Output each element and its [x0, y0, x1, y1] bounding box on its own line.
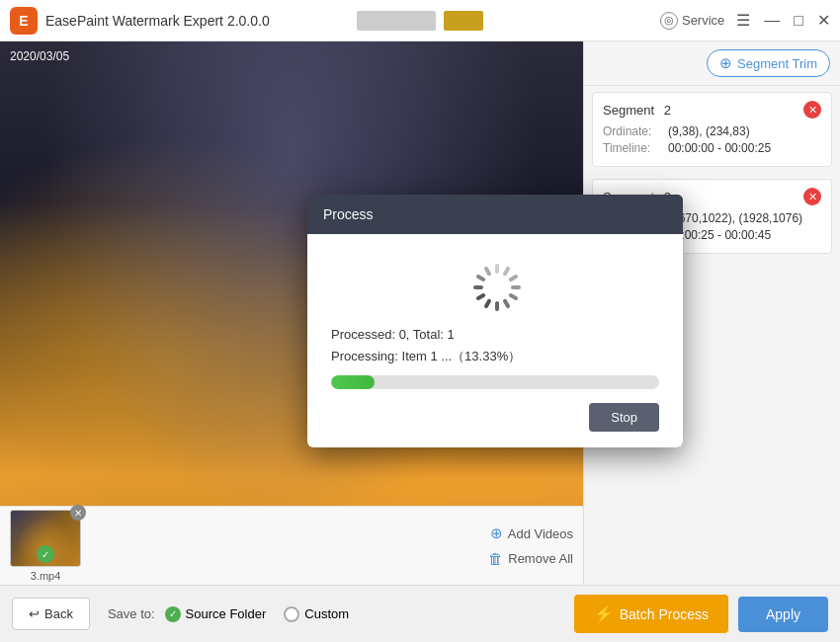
service-icon: ◎	[660, 12, 678, 30]
radio-empty-icon	[284, 606, 299, 622]
segment-trim-button[interactable]: ⊕ Segment Trim	[707, 49, 830, 77]
plus-icon: ⊕	[719, 54, 732, 72]
segment-label-2: Segment	[603, 103, 654, 118]
segment-trim-bar: ⊕ Segment Trim	[584, 41, 840, 86]
thumbnail-strip: ✕ ✓ 3.mp4 ⊕ Add Videos 🗑 Remove All	[0, 506, 583, 585]
logo-text: E	[19, 13, 28, 29]
remove-all-label: Remove All	[508, 551, 573, 566]
batch-process-button[interactable]: ⚡ Batch Process	[574, 595, 728, 633]
process-dialog: Process Processed: 0, Total: 1 Processin…	[307, 195, 683, 447]
dialog-title: Process	[307, 195, 683, 234]
source-folder-radio[interactable]: ✓ Source Folder	[165, 606, 267, 622]
thumb-remove-icon[interactable]: ✕	[70, 505, 86, 521]
menu-icon[interactable]: ☰	[736, 13, 750, 29]
window-controls: ☰ — □ ✕	[736, 13, 830, 29]
thumb-check-icon: ✓	[37, 545, 54, 563]
segment-card-2: Segment 2 ✕ Ordinate: (9,38), (234,83) T…	[592, 92, 832, 167]
source-folder-label: Source Folder	[186, 606, 267, 621]
segment-close-2[interactable]: ✕	[803, 101, 821, 119]
segment-num-2: 2	[664, 103, 671, 118]
radio-selected-icon: ✓	[165, 606, 181, 622]
save-to-label: Save to:	[108, 606, 155, 621]
app-title: EasePaint Watermark Expert 2.0.0.0	[45, 13, 660, 29]
batch-icon: ⚡	[594, 604, 614, 623]
titlebar: E EasePaint Watermark Expert 2.0.0.0 ◎ S…	[0, 0, 840, 41]
add-videos-label: Add Videos	[508, 526, 573, 541]
ordinate-val-2: (9,38), (234,83)	[668, 124, 750, 138]
custom-radio[interactable]: Custom	[284, 606, 349, 622]
stop-button[interactable]: Stop	[589, 403, 659, 432]
strip-actions: ⊕ Add Videos 🗑 Remove All	[488, 524, 573, 567]
add-icon: ⊕	[490, 524, 503, 542]
thumb-filename: 3.mp4	[31, 570, 61, 582]
service-label: Service	[682, 13, 724, 28]
title-thumbnail	[357, 11, 436, 31]
processing-text: Processing: Item 1 ...（13.33%）	[331, 348, 521, 365]
maximize-button[interactable]: □	[794, 13, 803, 29]
app-logo: E	[10, 7, 38, 35]
add-videos-button[interactable]: ⊕ Add Videos	[490, 524, 573, 542]
thumb-container: ✕ ✓	[10, 510, 81, 567]
segment-trim-label: Segment Trim	[737, 56, 817, 71]
close-button[interactable]: ✕	[817, 13, 830, 29]
title-color-swatch	[444, 11, 483, 31]
ordinate-key-2: Ordinate:	[603, 124, 662, 138]
ordinate-val-3: (1670,1022), (1928,1076)	[668, 211, 802, 225]
back-button[interactable]: ↩ Back	[12, 598, 90, 630]
trash-icon: 🗑	[488, 550, 503, 567]
remove-all-button[interactable]: 🗑 Remove All	[488, 550, 573, 567]
thumbnail-file: ✕ ✓ 3.mp4	[10, 510, 81, 582]
spinner	[471, 264, 519, 311]
progress-bar-container	[331, 375, 659, 389]
timeline-key-2: Timeline:	[603, 141, 662, 155]
dialog-body: Processed: 0, Total: 1 Processing: Item …	[307, 234, 683, 447]
progress-bar-fill	[331, 375, 375, 389]
batch-process-label: Batch Process	[620, 606, 709, 622]
title-center	[357, 11, 483, 31]
back-arrow-icon: ↩	[29, 606, 40, 621]
video-date: 2020/03/05	[10, 49, 69, 63]
apply-button[interactable]: Apply	[738, 597, 828, 632]
timeline-val-2: 00:00:00 - 00:00:25	[668, 141, 771, 155]
processed-text: Processed: 0, Total: 1	[331, 327, 455, 342]
timeline-val-3: 00:00:25 - 00:00:45	[668, 228, 771, 242]
back-label: Back	[44, 606, 73, 621]
custom-label: Custom	[304, 606, 349, 621]
segment-close-3[interactable]: ✕	[803, 188, 821, 205]
minimize-button[interactable]: —	[764, 13, 780, 29]
service-button[interactable]: ◎ Service	[660, 12, 724, 30]
bottom-bar: ↩ Back Save to: ✓ Source Folder Custom ⚡…	[0, 585, 840, 642]
